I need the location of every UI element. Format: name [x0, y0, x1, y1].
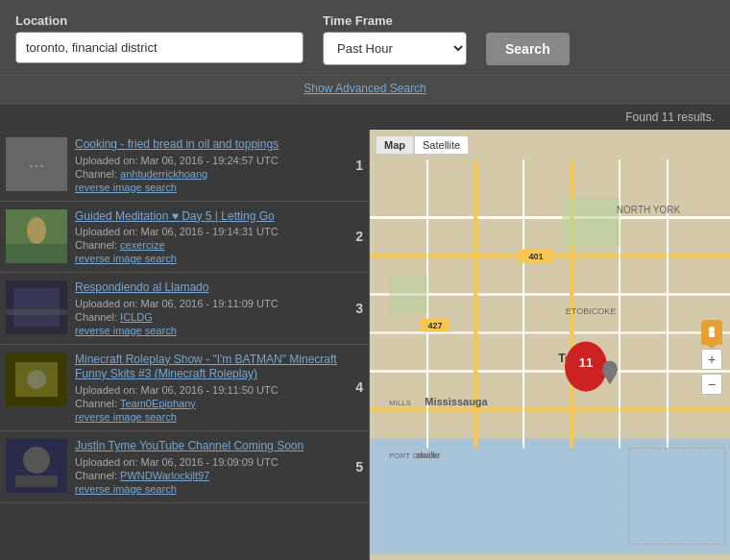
timeframe-field-group: Time Frame Past Hour Past Day Past Week … — [323, 13, 467, 65]
result-thumb: ··· — [6, 137, 67, 191]
results-bar: Found 11 results. — [0, 105, 730, 130]
result-title[interactable]: Guided Meditation ♥ Day 5 | Letting Go — [75, 209, 338, 225]
channel-link[interactable]: ICLDG — [120, 311, 153, 323]
svg-text:NORTH YORK: NORTH YORK — [617, 205, 681, 215]
zoom-in-button[interactable]: + — [701, 349, 722, 370]
result-title[interactable]: Minecraft Roleplay Show - "I'm BATMAN" M… — [75, 353, 338, 382]
result-number: 5 — [346, 439, 363, 495]
svg-text:11: 11 — [579, 355, 593, 370]
results-count: Found 11 results. — [625, 110, 715, 124]
advanced-search-bar: Show Advanced Search — [0, 75, 730, 105]
result-info: Cooking - fried bread in oil and topping… — [75, 137, 338, 193]
svg-rect-2 — [6, 244, 67, 263]
result-title[interactable]: Respondiendo al Llamado — [75, 280, 338, 296]
thumb-placeholder-icon: ··· — [29, 154, 45, 176]
result-info: Respondiendo al Llamado Uploaded on: Mar… — [75, 280, 338, 336]
svg-text:PORT CREDIT: PORT CREDIT — [389, 451, 441, 460]
reverse-image-search[interactable]: reverse image search — [75, 253, 338, 264]
result-number: 3 — [346, 280, 363, 336]
main-content: ··· Cooking - fried bread in oil and top… — [0, 130, 730, 560]
result-meta: Uploaded on: Mar 06, 2016 - 19:24:57 UTC — [75, 155, 338, 166]
list-item: Minecraft Roleplay Show - "I'm BATMAN" M… — [0, 345, 369, 431]
location-label: Location — [15, 13, 304, 28]
result-thumb — [6, 439, 67, 493]
timeframe-label: Time Frame — [323, 13, 467, 28]
advanced-search-link[interactable]: Show Advanced Search — [304, 82, 426, 95]
result-number: 2 — [346, 209, 363, 265]
result-number: 1 — [346, 137, 363, 193]
reverse-image-search[interactable]: reverse image search — [75, 182, 338, 193]
svg-point-46 — [709, 327, 715, 332]
channel-link[interactable]: PWNDWarlockjlt97 — [120, 470, 209, 481]
result-channel: Channel: Team0Epiphany — [75, 398, 338, 409]
result-number: 4 — [346, 353, 363, 423]
result-channel: Channel: cexercize — [75, 239, 338, 251]
reverse-image-search[interactable]: reverse image search — [75, 411, 338, 423]
channel-link[interactable]: Team0Epiphany — [120, 398, 196, 409]
svg-rect-30 — [562, 199, 620, 247]
svg-text:401: 401 — [528, 252, 543, 261]
result-meta: Uploaded on: Mar 06, 2016 - 19:11:09 UTC — [75, 298, 338, 309]
map-tab-map[interactable]: Map — [376, 135, 414, 155]
result-channel: Channel: ICLDG — [75, 311, 338, 323]
zoom-out-button[interactable]: − — [701, 374, 722, 395]
channel-link[interactable]: anhtuderrickhoang — [120, 168, 207, 180]
svg-rect-5 — [6, 309, 67, 315]
result-meta: Uploaded on: Mar 06, 2016 - 19:14:31 UTC — [75, 226, 338, 237]
result-title[interactable]: Cooking - fried bread in oil and topping… — [75, 137, 338, 153]
map-container[interactable]: 401 427 Mississauga Toronto NORTH YORK E… — [370, 130, 730, 560]
svg-point-10 — [23, 447, 50, 474]
timeframe-select[interactable]: Past Hour Past Day Past Week Past Month — [323, 32, 467, 65]
results-list: ··· Cooking - fried bread in oil and top… — [0, 130, 370, 560]
svg-text:MILLS: MILLS — [389, 399, 411, 407]
result-info: Justin Tyme YouTube Channel Coming Soon … — [75, 439, 338, 495]
svg-text:ETOBICOKE: ETOBICOKE — [566, 306, 616, 316]
svg-rect-31 — [389, 276, 427, 314]
result-meta: Uploaded on: Mar 06, 2016 - 19:11:50 UTC — [75, 384, 338, 396]
result-channel: Channel: anhtuderrickhoang — [75, 168, 338, 180]
svg-rect-47 — [709, 332, 715, 337]
svg-point-8 — [27, 370, 46, 389]
result-info: Minecraft Roleplay Show - "I'm BATMAN" M… — [75, 353, 338, 423]
pegman-icon[interactable] — [701, 320, 722, 345]
result-channel: Channel: PWNDWarlockjlt97 — [75, 470, 338, 481]
result-thumb — [6, 353, 67, 406]
list-item: Justin Tyme YouTube Channel Coming Soon … — [0, 431, 369, 503]
list-item: Respondiendo al Llamado Uploaded on: Mar… — [0, 273, 369, 345]
location-input[interactable] — [15, 32, 304, 63]
svg-point-1 — [27, 217, 46, 244]
result-meta: Uploaded on: Mar 06, 2016 - 19:09:09 UTC — [75, 456, 338, 468]
map-tab-satellite[interactable]: Satellite — [414, 135, 469, 155]
result-thumb — [6, 280, 67, 334]
channel-link[interactable]: cexercize — [120, 239, 164, 251]
search-button[interactable]: Search — [486, 33, 570, 65]
svg-rect-4 — [13, 288, 60, 327]
list-item: Guided Meditation ♥ Day 5 | Letting Go U… — [0, 202, 369, 274]
list-item: ··· Cooking - fried bread in oil and top… — [0, 130, 369, 202]
reverse-image-search[interactable]: reverse image search — [75, 325, 338, 336]
result-info: Guided Meditation ♥ Day 5 | Letting Go U… — [75, 209, 338, 265]
location-field-group: Location — [15, 13, 304, 63]
result-thumb — [6, 209, 67, 263]
result-title[interactable]: Justin Tyme YouTube Channel Coming Soon — [75, 439, 338, 454]
map-controls: + − — [701, 320, 722, 395]
top-bar: Location Time Frame Past Hour Past Day P… — [0, 0, 730, 75]
svg-text:Mississauga: Mississauga — [425, 396, 488, 407]
svg-rect-11 — [15, 475, 58, 487]
map-tabs: Map Satellite — [376, 135, 469, 155]
reverse-image-search[interactable]: reverse image search — [75, 483, 338, 495]
svg-text:427: 427 — [427, 321, 442, 330]
